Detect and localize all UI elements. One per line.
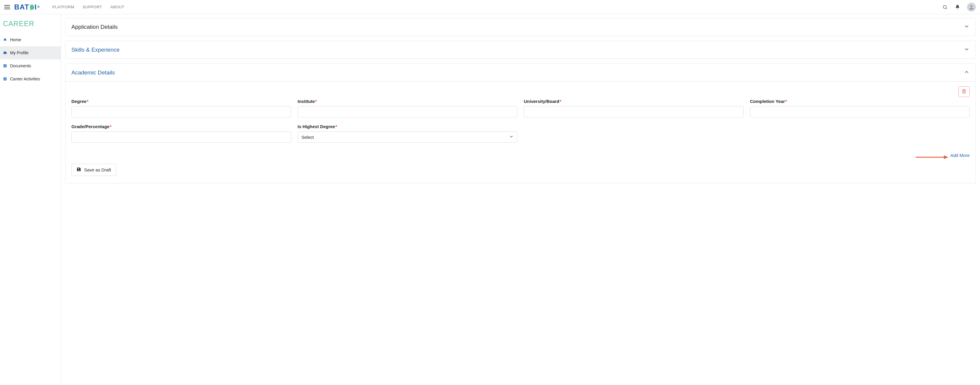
chevron-down-icon: [964, 24, 970, 30]
field-grade: Grade/Percentage*: [72, 124, 291, 143]
label-highest-degree: Is Highest Degree*: [298, 124, 517, 129]
card-academic-details: Academic Details Degree*: [65, 64, 976, 183]
chevron-up-icon: [964, 69, 970, 76]
topbar-left: BAT I ® PLATFORM SUPPORT ABOUT: [4, 3, 124, 11]
delete-row: [72, 86, 970, 97]
field-degree: Degree*: [72, 99, 291, 117]
card-header-application-details[interactable]: Application Details: [65, 18, 975, 35]
card-header-skills-experience[interactable]: Skills & Experience: [65, 41, 975, 58]
search-icon[interactable]: [942, 4, 948, 10]
leaf-icon: [29, 4, 34, 10]
arrow-annotation-icon: [916, 155, 948, 160]
sidebar-item-label: My Profile: [10, 50, 29, 55]
highest-degree-select[interactable]: Select: [298, 131, 517, 143]
checkbox-icon: [3, 64, 7, 68]
institute-input[interactable]: [298, 106, 517, 117]
briefcase-icon: [3, 51, 7, 55]
university-input[interactable]: [524, 106, 744, 117]
topbar: BAT I ® PLATFORM SUPPORT ABOUT: [0, 0, 980, 14]
required-marker: *: [315, 99, 317, 104]
save-icon: [76, 167, 81, 173]
save-button-label: Save as Draft: [84, 167, 111, 173]
brand-registered: ®: [37, 5, 40, 9]
brand-logo[interactable]: BAT I ®: [14, 3, 40, 11]
topnav-about[interactable]: ABOUT: [110, 5, 124, 9]
content-area: Application Details Skills & Experience …: [61, 14, 980, 385]
label-text: Degree: [72, 99, 86, 104]
trash-icon: [962, 89, 966, 94]
required-marker: *: [110, 124, 111, 129]
completion-year-input[interactable]: [750, 106, 970, 117]
module-title: CAREER: [0, 18, 61, 33]
label-university: University/Board*: [524, 99, 744, 104]
label-text: University/Board: [524, 99, 559, 104]
sidebar-item-label: Home: [10, 37, 21, 42]
add-more-link[interactable]: Add More: [950, 153, 970, 158]
label-text: Institute: [298, 99, 315, 104]
academic-form-grid: Degree* Institute* University/Board* Com…: [72, 99, 970, 143]
avatar[interactable]: [967, 3, 976, 11]
field-completion-year: Completion Year*: [750, 99, 970, 117]
card-title: Application Details: [72, 24, 118, 30]
sidebar-item-home[interactable]: Home: [0, 33, 61, 46]
svg-line-1: [946, 8, 947, 9]
sidebar-item-career-activities[interactable]: Career Activities: [0, 72, 61, 85]
brand-text-left: BAT: [14, 3, 29, 11]
chevron-down-icon: [964, 46, 970, 53]
field-institute: Institute*: [298, 99, 517, 117]
label-grade: Grade/Percentage*: [72, 124, 291, 129]
svg-rect-3: [3, 64, 7, 68]
bell-icon[interactable]: [955, 4, 961, 10]
sidebar-item-documents[interactable]: Documents: [0, 59, 61, 72]
field-highest-degree: Is Highest Degree* Select: [298, 124, 517, 143]
label-text: Is Highest Degree: [298, 124, 336, 129]
highest-degree-select-wrap: Select: [298, 131, 517, 143]
save-as-draft-button[interactable]: Save as Draft: [72, 164, 116, 176]
required-marker: *: [87, 99, 89, 104]
label-completion-year: Completion Year*: [750, 99, 970, 104]
delete-entry-button[interactable]: [958, 86, 970, 97]
label-degree: Degree*: [72, 99, 291, 104]
grade-input[interactable]: [72, 131, 291, 143]
top-nav: PLATFORM SUPPORT ABOUT: [52, 5, 124, 9]
sidebar-item-my-profile[interactable]: My Profile: [0, 46, 61, 59]
field-university: University/Board*: [524, 99, 744, 117]
card-title: Skills & Experience: [72, 46, 120, 53]
card-body-academic-details: Degree* Institute* University/Board* Com…: [65, 81, 975, 183]
card-header-academic-details[interactable]: Academic Details: [65, 64, 975, 81]
topnav-support[interactable]: SUPPORT: [82, 5, 102, 9]
required-marker: *: [336, 124, 337, 129]
svg-marker-6: [944, 155, 948, 159]
topbar-right: [942, 3, 976, 11]
add-more-row: Add More: [72, 153, 970, 158]
required-marker: *: [560, 99, 562, 104]
topnav-platform[interactable]: PLATFORM: [52, 5, 74, 9]
label-text: Completion Year: [750, 99, 785, 104]
main-layout: CAREER Home My Profile Documents Career …: [0, 14, 980, 385]
sidebar-item-label: Documents: [10, 64, 31, 68]
home-icon: [3, 38, 7, 42]
brand-text-right: I: [35, 3, 37, 11]
label-institute: Institute*: [298, 99, 517, 104]
label-text: Grade/Percentage: [72, 124, 109, 129]
hamburger-menu-icon[interactable]: [4, 5, 10, 9]
card-application-details: Application Details: [65, 18, 976, 36]
degree-input[interactable]: [72, 106, 291, 117]
card-title: Academic Details: [72, 69, 115, 76]
svg-point-2: [970, 5, 972, 7]
card-skills-experience: Skills & Experience: [65, 41, 976, 59]
sidebar-item-label: Career Activities: [10, 77, 40, 81]
required-marker: *: [785, 99, 787, 104]
edit-icon: [3, 77, 7, 81]
sidebar: CAREER Home My Profile Documents Career …: [0, 14, 61, 385]
svg-point-0: [943, 5, 947, 9]
